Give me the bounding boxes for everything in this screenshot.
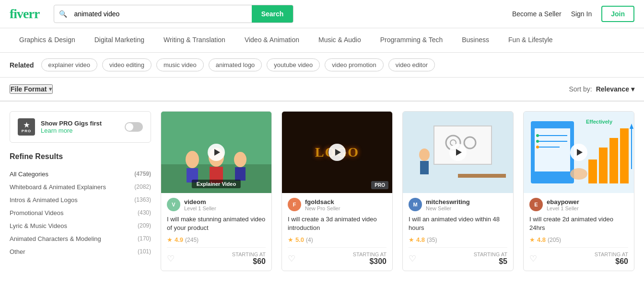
sidebar-item-intros[interactable]: Intros & Animated Logos (1363) (10, 194, 151, 206)
play-icon-1 (214, 149, 220, 156)
pro-learn-more-link[interactable]: Learn more (41, 127, 119, 134)
card-title-2: I will create a 3d animated video introd… (288, 215, 386, 232)
sidebar-item-whiteboard[interactable]: Whiteboard & Animated Explainers (2082) (10, 181, 151, 194)
chevron-down-icon: ▾ (49, 86, 52, 92)
sidebar-item-lyric[interactable]: Lyric & Music Videos (209) (10, 219, 151, 232)
heart-button-3[interactable]: ♡ (409, 253, 416, 264)
card-rating-4: ★ 4.8 (205) (529, 236, 628, 243)
price-1: $60 (232, 257, 266, 266)
seller-name-2: fgoldsack (305, 198, 386, 205)
search-icon: 🔍 (54, 6, 72, 22)
starting-at-3: STARTING AT (474, 251, 507, 257)
star-icon-1: ★ (167, 236, 173, 243)
filter-bar: File Format ▾ Sort by: Relevance ▾ (0, 78, 644, 102)
product-card-3[interactable]: M mitcheswriting New Seller I will an an… (402, 111, 514, 271)
card-footer-4: ♡ STARTING AT $60 (529, 247, 628, 266)
nav-item-digital[interactable]: Digital Marketing (85, 28, 154, 52)
tag-logo[interactable]: animated logo (209, 58, 262, 71)
sidebar-item-characters[interactable]: Animated Characters & Modeling (170) (10, 232, 151, 245)
tag-editing[interactable]: video editing (102, 58, 152, 71)
card-overlay-text-1: Explainer Video (192, 180, 241, 188)
nav-item-programming[interactable]: Programming & Tech (371, 28, 452, 52)
all-categories-count: (4759) (134, 171, 151, 178)
nav-item-video[interactable]: Video & Animation (235, 28, 309, 52)
search-button[interactable]: Search (252, 5, 293, 23)
seller-level-2: New Pro Seller (305, 205, 386, 211)
svg-rect-14 (420, 161, 429, 174)
become-seller-link[interactable]: Become a Seller (512, 10, 562, 18)
price-4: $60 (595, 257, 628, 266)
svg-rect-7 (235, 167, 246, 181)
rating-count-2: (4) (306, 237, 313, 243)
svg-rect-15 (458, 174, 506, 178)
nav-item-music[interactable]: Music & Audio (309, 28, 371, 52)
sidebar-item-all[interactable]: All Categories (4759) (10, 168, 151, 181)
svg-rect-27 (609, 138, 618, 183)
pro-badge-icon: ★ PRO (18, 118, 35, 136)
product-card-4[interactable]: Effectively E ebaypower Level 1 Seller (523, 111, 634, 271)
sort-label: Sort by: (569, 85, 592, 93)
sort-value[interactable]: Relevance ▾ (596, 85, 634, 93)
rating-count-4: (205) (548, 237, 561, 243)
svg-point-23 (536, 140, 539, 143)
file-format-label: File Format (11, 85, 47, 93)
join-button[interactable]: Join (601, 6, 634, 22)
heart-button-1[interactable]: ♡ (167, 253, 175, 264)
nav-item-writing[interactable]: Writing & Translation (154, 28, 235, 52)
svg-point-24 (536, 146, 539, 148)
pro-toggle[interactable] (125, 122, 143, 132)
card-rating-3: ★ 4.8 (35) (409, 236, 507, 243)
nav-item-graphics[interactable]: Graphics & Design (10, 28, 85, 52)
file-format-button[interactable]: File Format ▾ (10, 84, 53, 94)
sign-in-link[interactable]: Sign In (571, 10, 592, 18)
card-title-3: I will an animated video within 48 hours (409, 215, 507, 232)
nav-item-fun[interactable]: Fun & Lifestyle (499, 28, 562, 52)
nav: Graphics & Design Digital Marketing Writ… (0, 28, 644, 53)
card-image-1: Explainer Video (161, 112, 271, 193)
product-card-1[interactable]: Explainer Video V videom Level 1 Seller … (161, 111, 272, 271)
tag-promotion[interactable]: video promotion (325, 58, 384, 71)
starting-at-4: STARTING AT (595, 251, 628, 257)
sidebar-item-other[interactable]: Other (101) (10, 245, 151, 258)
avatar-1: V (167, 198, 180, 211)
seller-level-4: Level 1 Seller (547, 205, 628, 211)
product-card-2[interactable]: LOGO PRO F fgoldsack New Pro Seller I wi… (281, 111, 393, 271)
sidebar-item-promotional[interactable]: Promotional Videos (430) (10, 206, 151, 219)
play-button-3[interactable] (449, 144, 467, 161)
play-icon-3 (456, 149, 462, 156)
product-grid: Explainer Video V videom Level 1 Seller … (161, 111, 634, 271)
rating-score-2: 5.0 (295, 236, 304, 243)
seller-details-2: fgoldsack New Pro Seller (305, 198, 386, 211)
seller-name-1: videom (184, 198, 266, 205)
nav-item-business[interactable]: Business (452, 28, 499, 52)
play-button-2[interactable] (328, 144, 346, 161)
play-button-1[interactable] (208, 144, 225, 161)
heart-button-4[interactable]: ♡ (529, 253, 537, 264)
price-2: $300 (353, 257, 386, 266)
seller-name-3: mitcheswriting (426, 198, 507, 205)
search-input[interactable] (72, 6, 251, 22)
sidebar: ★ PRO Show PRO Gigs first Learn more Ref… (10, 111, 151, 271)
tag-youtube[interactable]: youtube video (267, 58, 320, 71)
heart-button-2[interactable]: ♡ (288, 253, 295, 264)
svg-point-2 (186, 151, 199, 168)
price-info-3: STARTING AT $5 (474, 251, 507, 266)
price-3: $5 (474, 257, 507, 266)
card-body-2: F fgoldsack New Pro Seller I will create… (282, 193, 392, 271)
card-image-3 (403, 112, 513, 193)
starting-at-2: STARTING AT (353, 251, 386, 257)
card-image-2: LOGO PRO (282, 112, 392, 193)
rating-count-3: (35) (427, 237, 437, 243)
seller-level-3: New Seller (426, 205, 507, 211)
star-icon-2: ★ (288, 236, 293, 243)
card-image-4: Effectively (524, 112, 634, 193)
tag-music[interactable]: music video (156, 58, 204, 71)
card-body-4: E ebaypower Level 1 Seller I will create… (524, 193, 634, 271)
avatar-3: M (409, 198, 422, 211)
tag-explainer[interactable]: explainer video (41, 58, 97, 71)
star-icon-4: ★ (529, 236, 535, 243)
play-button-4[interactable] (570, 144, 587, 161)
seller-info-1: V videom Level 1 Seller (167, 198, 266, 211)
tag-editor[interactable]: video editor (388, 58, 435, 71)
svg-rect-26 (599, 148, 608, 183)
